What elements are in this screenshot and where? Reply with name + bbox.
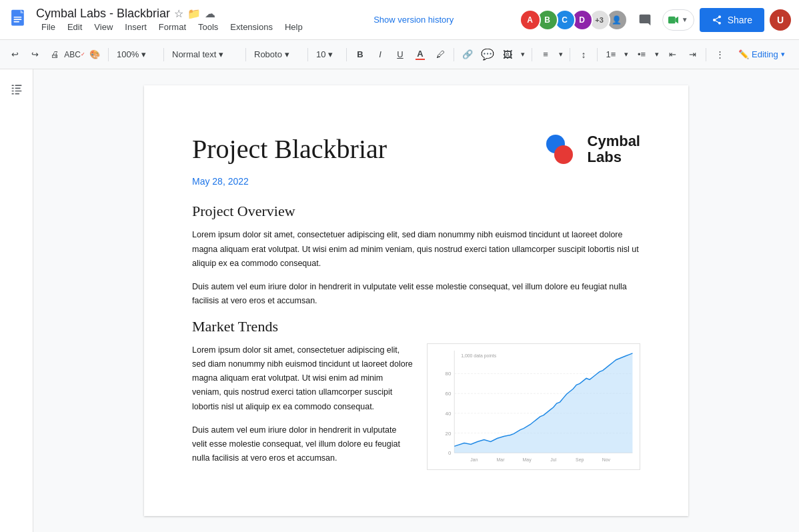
svg-rect-3: [14, 19, 22, 20]
numbered-list-chevron-icon[interactable]: ▾: [622, 45, 631, 64]
svg-text:60: 60: [446, 391, 452, 397]
insert-image-chevron-icon[interactable]: ▾: [518, 45, 528, 64]
user-avatar[interactable]: U: [770, 9, 791, 31]
menu-edit[interactable]: Edit: [62, 21, 87, 33]
insert-comment-button[interactable]: 💬: [478, 45, 497, 64]
more-options-button[interactable]: ⋮: [710, 45, 729, 64]
toolbar-divider-5: [346, 48, 347, 61]
svg-rect-9: [11, 88, 13, 89]
folder-icon[interactable]: 📁: [187, 7, 201, 20]
meet-icon: [668, 15, 680, 25]
svg-rect-8: [15, 85, 21, 86]
decrease-indent-button[interactable]: ⇤: [663, 45, 682, 64]
svg-text:May: May: [523, 457, 532, 463]
text-style-dropdown[interactable]: Normal text ▾: [168, 45, 241, 64]
insert-link-button[interactable]: 🔗: [458, 45, 477, 64]
editing-mode-button[interactable]: ✏️ Editing ▾: [732, 45, 792, 64]
text-color-button[interactable]: A: [411, 44, 430, 65]
size-chevron-icon: ▾: [328, 49, 333, 59]
svg-rect-7: [11, 85, 13, 86]
sidebar: [0, 69, 33, 532]
svg-text:Jul: Jul: [550, 457, 556, 462]
bullet-list-button[interactable]: •≡: [632, 45, 651, 64]
logo-text: CymbalLabs: [588, 133, 640, 165]
collapse-sidebar-button[interactable]: ⌃: [793, 45, 799, 64]
line-spacing-button[interactable]: ↕: [574, 45, 593, 64]
share-button[interactable]: Share: [700, 8, 764, 32]
document-scroll-area[interactable]: Project Blackbriar CymbalLabs May 28, 20…: [33, 69, 799, 532]
toolbar-divider-8: [570, 48, 570, 61]
undo-button[interactable]: ↩: [5, 45, 24, 64]
toolbar-divider-4: [307, 48, 308, 61]
toolbar-divider-1: [108, 48, 109, 61]
menu-view[interactable]: View: [89, 21, 118, 33]
toolbar-divider-6: [454, 48, 454, 61]
menu-format[interactable]: Format: [153, 21, 191, 33]
document-outline-button[interactable]: [5, 77, 29, 101]
collaborator-avatar-1[interactable]: A: [520, 9, 541, 31]
menu-tools[interactable]: Tools: [193, 21, 223, 33]
section2-paragraph1[interactable]: Lorem ipsum dolor sit amet, consectetuer…: [192, 343, 414, 414]
meet-button[interactable]: ▼: [662, 9, 694, 31]
meet-chevron-icon: ▼: [682, 16, 688, 23]
logo-circles: [546, 135, 581, 164]
font-size-value: 10: [316, 49, 325, 59]
svg-rect-13: [11, 93, 13, 95]
document-title-row: Cymbal Labs - Blackbriar ☆ 📁 ☁: [36, 7, 308, 21]
section2-heading: Market Trends: [192, 318, 640, 335]
svg-text:Sep: Sep: [576, 457, 584, 463]
svg-text:1,000 data points: 1,000 data points: [461, 353, 497, 358]
document-title[interactable]: Cymbal Labs - Blackbriar: [36, 7, 170, 21]
chart-svg: 0 20 40 60 80 Jan Mar May Jul Sep Nov: [428, 344, 640, 469]
comments-button[interactable]: [633, 8, 657, 32]
italic-button[interactable]: I: [371, 45, 389, 64]
svg-rect-14: [15, 93, 19, 95]
menu-insert[interactable]: Insert: [119, 21, 152, 33]
menu-extensions[interactable]: Extensions: [225, 21, 278, 33]
toolbar-divider-2: [163, 48, 164, 61]
svg-text:Mar: Mar: [497, 457, 506, 462]
document-page: Project Blackbriar CymbalLabs May 28, 20…: [144, 85, 688, 516]
font-dropdown[interactable]: Roboto ▾: [250, 45, 303, 64]
align-chevron-icon[interactable]: ▾: [556, 45, 566, 64]
doc-logo: CymbalLabs: [546, 133, 640, 165]
spellcheck-button[interactable]: ABC✓: [65, 45, 84, 64]
bold-button[interactable]: B: [351, 45, 369, 64]
doc-icon: [8, 9, 31, 31]
zoom-dropdown[interactable]: 100% ▾: [113, 45, 159, 64]
zoom-chevron-icon: ▾: [141, 49, 146, 59]
section2-paragraph2[interactable]: Duis autem vel eum iriure dolor in hendr…: [192, 423, 414, 466]
section1-paragraph2[interactable]: Duis autem vel eum iriure dolor in hendr…: [192, 280, 640, 309]
cloud-icon[interactable]: ☁: [205, 7, 215, 20]
underline-button[interactable]: U: [391, 45, 410, 64]
star-icon[interactable]: ☆: [174, 7, 183, 20]
section1-paragraph1[interactable]: Lorem ipsum dolor sit amet, consectetuer…: [192, 228, 640, 271]
zoom-value: 100%: [117, 49, 139, 59]
svg-rect-4: [14, 21, 20, 22]
font-size-dropdown[interactable]: 10 ▾: [312, 45, 342, 64]
market-trends-text: Lorem ipsum dolor sit amet, consectetuer…: [192, 343, 414, 475]
menu-file[interactable]: File: [36, 21, 61, 33]
numbered-list-button[interactable]: 1≡: [602, 45, 620, 64]
svg-text:80: 80: [446, 371, 452, 377]
version-history-link[interactable]: Show version history: [313, 15, 514, 25]
toolbar-divider-10: [706, 48, 706, 61]
outline-icon: [10, 83, 23, 96]
svg-text:Nov: Nov: [602, 457, 611, 462]
paint-format-button[interactable]: 🎨: [85, 45, 104, 64]
collaborators-avatars: A B C D +3 👤: [520, 9, 628, 31]
increase-indent-button[interactable]: ⇥: [683, 45, 702, 64]
top-bar: Cymbal Labs - Blackbriar ☆ 📁 ☁ File Edit…: [0, 0, 799, 40]
insert-image-button[interactable]: 🖼: [498, 45, 517, 64]
svg-rect-12: [15, 91, 21, 92]
svg-rect-2: [14, 16, 22, 17]
svg-rect-5: [668, 16, 676, 23]
highlight-color-button[interactable]: 🖊: [431, 45, 450, 64]
align-button[interactable]: ≡: [536, 45, 555, 64]
print-button[interactable]: 🖨: [45, 45, 64, 64]
menu-help[interactable]: Help: [279, 21, 308, 33]
redo-button[interactable]: ↪: [25, 45, 44, 64]
bullet-list-chevron-icon[interactable]: ▾: [652, 45, 662, 64]
edit-pencil-icon: ✏️: [738, 49, 749, 59]
svg-text:20: 20: [446, 430, 452, 436]
